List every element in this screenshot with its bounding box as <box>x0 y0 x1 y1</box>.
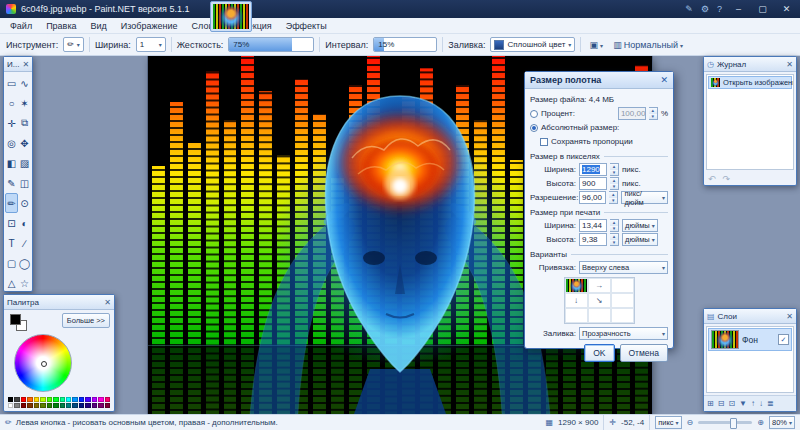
history-item[interactable]: Открыть изображение <box>708 76 792 89</box>
color-swatch[interactable] <box>98 403 103 408</box>
redo-icon[interactable]: ↷ <box>723 174 731 184</box>
menu-item[interactable]: Изображение <box>114 18 185 34</box>
eraser-tool[interactable]: ◫ <box>18 173 31 193</box>
recolor-tool[interactable]: ◐ <box>18 213 31 233</box>
ellipse-select-tool[interactable]: ○ <box>5 93 18 113</box>
line-curve-tool[interactable]: ∕ <box>18 233 31 253</box>
spacing-slider[interactable]: 15% <box>373 37 437 52</box>
add-layer-button[interactable]: ⊞ <box>707 399 714 408</box>
color-swatch[interactable] <box>72 403 77 408</box>
primary-color-swatch[interactable] <box>10 314 21 325</box>
undo-icon[interactable]: ↶ <box>708 174 716 184</box>
anchor-cell-center[interactable]: ↘ <box>588 293 611 308</box>
units-dropdown[interactable]: пикс <box>655 416 681 429</box>
anchor-cell-top-left[interactable] <box>565 278 588 293</box>
color-swatch[interactable] <box>105 397 110 402</box>
brush-width-combo[interactable]: 1 <box>136 37 166 52</box>
color-swatch[interactable] <box>27 403 32 408</box>
magic-wand-tool[interactable]: ✶ <box>18 93 31 113</box>
merge-down-button[interactable]: ▼ <box>739 399 747 408</box>
dialog-close-icon[interactable]: ✕ <box>660 75 668 85</box>
lasso-select-tool[interactable]: ∿ <box>18 73 31 93</box>
titlebar-icons[interactable]: ✎⚙? <box>685 4 722 14</box>
star-shape-tool[interactable]: ☆ <box>18 273 31 293</box>
color-swatch[interactable] <box>98 397 103 402</box>
percent-spinner[interactable] <box>649 107 658 120</box>
maximize-button[interactable]: ▢ <box>755 4 770 14</box>
percent-radio[interactable] <box>530 110 538 118</box>
color-swatch[interactable] <box>8 397 13 402</box>
color-swatch[interactable] <box>53 403 58 408</box>
color-swatch[interactable] <box>47 403 52 408</box>
anchor-cell-middle-right[interactable] <box>611 293 634 308</box>
image-tab[interactable] <box>210 1 252 32</box>
help-icon[interactable]: ? <box>717 4 722 14</box>
color-swatch[interactable] <box>60 403 65 408</box>
color-swatch[interactable] <box>34 403 39 408</box>
move-selection-tool[interactable]: ⧉ <box>18 113 31 133</box>
brush-icon[interactable]: ✎ <box>685 4 693 14</box>
blend-mode-dropdown[interactable]: ▥ Нормальный <box>611 37 685 53</box>
move-layer-up-button[interactable]: ↑ <box>751 399 755 408</box>
text-tool[interactable]: T <box>5 233 18 253</box>
print-width-unit-dropdown[interactable]: дюймы <box>622 219 658 232</box>
color-swatch[interactable] <box>85 403 90 408</box>
print-width-spinner[interactable] <box>610 219 619 232</box>
layer-properties-button[interactable]: ≣ <box>767 399 774 408</box>
fill-style-dropdown[interactable]: Сплошной цвет <box>490 37 575 52</box>
menu-item[interactable]: Вид <box>84 18 114 34</box>
color-swatch[interactable] <box>92 403 97 408</box>
palette-more-button[interactable]: Больше >> <box>62 313 110 328</box>
resolution-field[interactable]: 96,00 <box>579 191 606 204</box>
width-field[interactable]: 1290 <box>579 163 607 176</box>
menu-item[interactable]: Правка <box>39 18 83 34</box>
gear-icon[interactable]: ⚙ <box>701 4 709 14</box>
absolute-size-radio[interactable] <box>530 124 538 132</box>
close-icon[interactable]: ✕ <box>786 60 793 69</box>
color-swatch[interactable] <box>14 397 19 402</box>
dialog-fill-dropdown[interactable]: Прозрачность <box>579 327 668 340</box>
anchor-cell-middle-left[interactable]: ↓ <box>565 293 588 308</box>
history-panel-titlebar[interactable]: ◷ Журнал ✕ <box>704 57 796 72</box>
current-tool-dropdown[interactable]: ✏ <box>63 37 84 52</box>
print-height-field[interactable]: 9,38 <box>579 233 607 246</box>
color-swatch[interactable] <box>85 397 90 402</box>
menu-item[interactable]: Эффекты <box>279 18 334 34</box>
color-wheel[interactable] <box>14 334 72 392</box>
move-selected-pixels-tool[interactable]: ✛ <box>5 113 18 133</box>
tools-panel-titlebar[interactable]: И... ✕ <box>4 57 32 72</box>
layer-row[interactable]: Фон ✓ <box>708 328 792 351</box>
color-swatch[interactable] <box>8 403 13 408</box>
anchor-cell-top-center[interactable]: → <box>588 278 611 293</box>
color-swatch[interactable] <box>40 397 45 402</box>
pan-tool[interactable]: ✥ <box>18 133 31 153</box>
height-spinner[interactable] <box>610 177 619 190</box>
clone-stamp-tool[interactable]: ⊡ <box>5 213 18 233</box>
print-height-spinner[interactable] <box>610 233 619 246</box>
palette-panel-titlebar[interactable]: Палитра ✕ <box>4 295 114 310</box>
layers-panel-titlebar[interactable]: ▤ Слои ✕ <box>704 309 796 324</box>
color-swatch[interactable] <box>34 397 39 402</box>
zoom-in-icon[interactable]: ⊕ <box>757 418 764 427</box>
close-icon[interactable]: ✕ <box>22 60 29 69</box>
print-height-unit-dropdown[interactable]: дюймы <box>622 233 658 246</box>
keep-proportions-checkbox[interactable] <box>540 138 548 146</box>
ellipse-shape-tool[interactable]: ◯ <box>18 253 31 273</box>
resolution-unit-dropdown[interactable]: пикс/дюйм <box>621 191 668 204</box>
color-swatch[interactable] <box>79 403 84 408</box>
pencil-tool[interactable]: ✏ <box>5 193 18 213</box>
color-swatch[interactable] <box>27 397 32 402</box>
color-swatch[interactable] <box>21 397 26 402</box>
color-swatch[interactable] <box>66 397 71 402</box>
print-width-field[interactable]: 13,44 <box>579 219 607 232</box>
zoom-tool[interactable]: ◎ <box>5 133 18 153</box>
menu-item[interactable]: Файл <box>3 18 39 34</box>
delete-layer-button[interactable]: ⊟ <box>718 399 725 408</box>
color-swatch[interactable] <box>79 397 84 402</box>
layer-visibility-checkbox[interactable]: ✓ <box>778 334 789 345</box>
ok-button[interactable]: OK <box>584 344 614 362</box>
color-swatch[interactable] <box>21 403 26 408</box>
paintbrush-tool[interactable]: ✎ <box>5 173 18 193</box>
height-field[interactable]: 900 <box>579 177 607 190</box>
color-swatch[interactable] <box>53 397 58 402</box>
